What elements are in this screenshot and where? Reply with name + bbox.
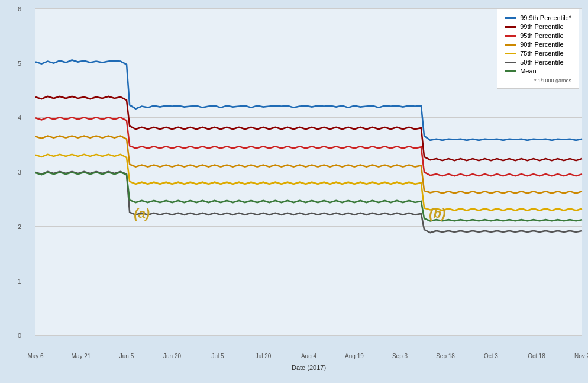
- x-tick-sep18: Sep 18: [436, 353, 455, 359]
- legend-item-99th: 99th Percentile: [505, 23, 571, 30]
- x-axis-label: Date (2017): [35, 364, 582, 371]
- legend-color-999th: [505, 17, 516, 19]
- y-tick-5: 5: [18, 60, 21, 67]
- y-tick-3: 3: [18, 169, 21, 176]
- annotation-b: (b): [429, 206, 445, 221]
- x-tick-sep3: Sep 3: [392, 353, 408, 359]
- legend-item-75th: 75th Percentile: [505, 50, 571, 57]
- line-90th: [35, 136, 582, 194]
- legend-label-75th: 75th Percentile: [520, 50, 563, 57]
- chart-container: Time in champ select (minutes) 0 1 2 3 4…: [0, 0, 588, 383]
- legend-label-90th: 90th Percentile: [520, 41, 563, 48]
- y-tick-6: 6: [18, 5, 21, 12]
- legend-label-999th: 99.9th Percentile*: [520, 14, 571, 21]
- legend-item-50th: 50th Percentile: [505, 59, 571, 66]
- x-tick-nov2: Nov 2: [574, 353, 588, 359]
- legend: 99.9th Percentile* 99th Percentile 95th …: [497, 9, 579, 89]
- legend-color-75th: [505, 53, 516, 54]
- x-tick-may21: May 21: [72, 353, 91, 359]
- legend-color-50th: [505, 62, 516, 63]
- x-tick-jul20: Jul 20: [256, 353, 272, 359]
- x-tick-aug4: Aug 4: [301, 353, 316, 359]
- x-tick-may6: May 6: [27, 353, 43, 359]
- y-tick-0: 0: [18, 332, 21, 339]
- legend-item-999th: 99.9th Percentile*: [505, 14, 571, 21]
- legend-item-mean: Mean: [505, 67, 571, 75]
- legend-note: * 1/1000 games: [505, 78, 571, 83]
- x-tick-oct3: Oct 3: [484, 353, 498, 359]
- x-tick-oct18: Oct 18: [528, 353, 545, 359]
- legend-color-95th: [505, 35, 516, 37]
- legend-item-90th: 90th Percentile: [505, 41, 571, 48]
- legend-item-95th: 95th Percentile: [505, 32, 571, 39]
- y-tick-4: 4: [18, 114, 21, 121]
- line-95th: [35, 117, 582, 176]
- legend-label-mean: Mean: [520, 67, 537, 75]
- legend-label-95th: 95th Percentile: [520, 32, 563, 39]
- legend-color-mean: [505, 70, 516, 72]
- y-tick-1: 1: [18, 278, 21, 285]
- x-tick-jul5: Jul 5: [211, 353, 224, 359]
- y-tick-2: 2: [18, 223, 21, 230]
- x-tick-aug19: Aug 19: [345, 353, 364, 359]
- x-tick-jun20: Jun 20: [163, 353, 181, 359]
- legend-color-90th: [505, 44, 516, 46]
- legend-label-99th: 99th Percentile: [520, 23, 563, 30]
- annotation-a: (a): [134, 206, 150, 221]
- legend-color-99th: [505, 26, 516, 28]
- x-tick-jun5: Jun 5: [119, 353, 134, 359]
- legend-label-50th: 50th Percentile: [520, 59, 563, 66]
